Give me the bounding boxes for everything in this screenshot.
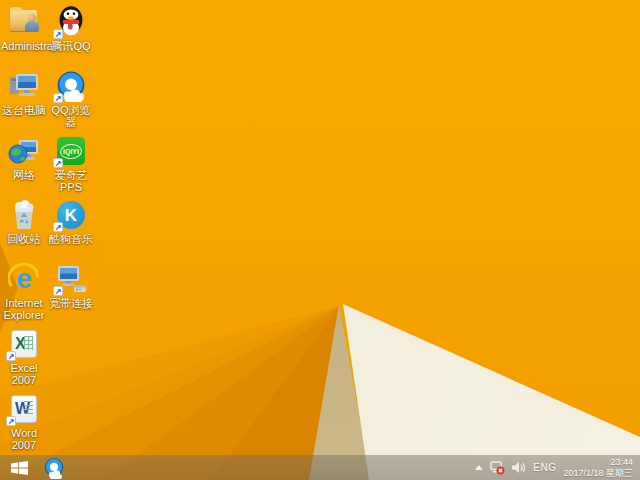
desktop-icon-label: Excel 2007 <box>1 362 47 386</box>
clock-date: 2017/1/18 星期三 <box>563 468 633 479</box>
word-icon: W ↗ <box>8 393 40 425</box>
desktop-icon-label: 这台电脑 <box>1 104 47 116</box>
start-button[interactable] <box>0 455 38 480</box>
excel-icon: X ↗ <box>8 328 40 360</box>
system-tray: ENG 23:44 2017/1/18 星期三 <box>475 457 640 479</box>
desktop-icon-tencent-qq[interactable]: ↗ 腾讯QQ <box>48 6 94 52</box>
desktop-icon-excel-2007[interactable]: X ↗ Excel 2007 <box>1 328 47 386</box>
iqiyi-icon: iQIYI ↗ <box>55 135 87 167</box>
taskbar-clock[interactable]: 23:44 2017/1/18 星期三 <box>563 457 633 479</box>
shortcut-arrow-icon: ↗ <box>6 416 16 426</box>
shortcut-arrow-icon: ↗ <box>6 351 16 361</box>
desktop-icon-qq-browser[interactable]: ↗ QQ浏览器 <box>48 70 94 128</box>
desktop-icon-label: 回收站 <box>1 233 47 245</box>
shortcut-arrow-icon: ↗ <box>53 158 63 168</box>
wallpaper <box>0 0 640 480</box>
shortcut-arrow-icon: ↗ <box>53 222 63 232</box>
user-folder-icon <box>8 6 40 38</box>
desktop-icon-broadband[interactable]: ↗ 宽带连接 <box>48 263 94 309</box>
desktop-icon-label: 爱奇艺PPS <box>48 169 94 193</box>
desktop-icon-iqiyi-pps[interactable]: iQIYI ↗ 爱奇艺PPS <box>48 135 94 193</box>
desktop-icon-this-pc[interactable]: 这台电脑 <box>1 70 47 116</box>
this-pc-icon <box>8 70 40 102</box>
desktop-icon-word-2007[interactable]: W ↗ Word 2007 <box>1 393 47 451</box>
internet-explorer-icon: e <box>8 263 40 295</box>
shortcut-arrow-icon: ↗ <box>53 286 63 296</box>
desktop-icon-recycle-bin[interactable]: 回收站 <box>1 199 47 245</box>
recycle-bin-icon <box>8 199 40 231</box>
desktop-icon-label: QQ浏览器 <box>48 104 94 128</box>
broadband-connection-icon: ↗ <box>55 263 87 295</box>
desktop: Administra... 这台电脑 <box>0 0 640 480</box>
svg-text:e: e <box>16 263 32 294</box>
desktop-icon-label: 腾讯QQ <box>48 40 94 52</box>
shortcut-arrow-icon: ↗ <box>53 93 63 103</box>
shortcut-arrow-icon: ↗ <box>53 29 63 39</box>
desktop-icon-label: 网络 <box>1 169 47 181</box>
network-status-icon[interactable] <box>490 461 505 475</box>
volume-icon[interactable] <box>512 461 526 474</box>
clock-time: 23:44 <box>563 457 633 468</box>
windows-logo-icon <box>11 461 28 475</box>
qq-browser-icon: ↗ <box>55 70 87 102</box>
taskbar-qq-browser-button[interactable] <box>38 455 70 480</box>
taskbar: ENG 23:44 2017/1/18 星期三 <box>0 455 640 480</box>
desktop-icon-label: Administra... <box>1 40 47 52</box>
desktop-icon-internet-explorer[interactable]: e Internet Explorer <box>1 263 47 321</box>
desktop-icon-kugou-music[interactable]: K ↗ 酷狗音乐 <box>48 199 94 245</box>
language-indicator[interactable]: ENG <box>533 462 556 473</box>
qq-browser-icon <box>43 457 65 479</box>
desktop-icon-label: 酷狗音乐 <box>48 233 94 245</box>
desktop-icon-user-folder[interactable]: Administra... <box>1 6 47 52</box>
show-hidden-icons-button[interactable] <box>475 465 483 470</box>
desktop-icon-label: Internet Explorer <box>1 297 47 321</box>
qq-penguin-icon: ↗ <box>55 6 87 38</box>
desktop-icon-label: Word 2007 <box>1 427 47 451</box>
kugou-icon: K ↗ <box>55 199 87 231</box>
desktop-icon-label: 宽带连接 <box>48 297 94 309</box>
network-icon <box>8 135 40 167</box>
desktop-icon-network[interactable]: 网络 <box>1 135 47 181</box>
